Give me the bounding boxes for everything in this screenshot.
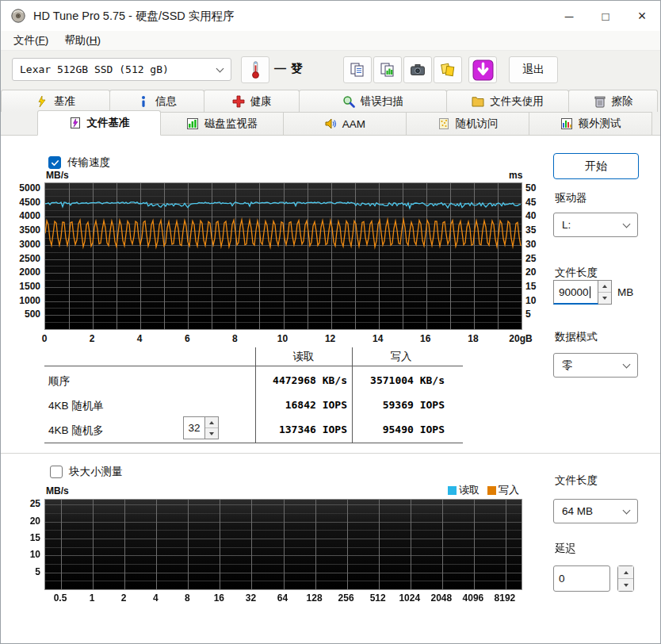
triangle-up-icon — [624, 571, 629, 574]
axis-tick: 4 — [122, 333, 157, 344]
copy-text-button[interactable] — [343, 56, 372, 83]
4kb-single-write-value: 59369 IOPS — [336, 399, 445, 411]
section-divider — [1, 453, 660, 454]
menu-file[interactable]: 文件(F) — [6, 31, 56, 50]
delay-spin-buttons — [617, 565, 634, 592]
tab-aam[interactable]: AAM — [283, 112, 407, 136]
drive-select[interactable]: L: — [553, 213, 638, 237]
info-icon — [137, 95, 150, 108]
tab-benchmark[interactable]: 基准 — [1, 90, 110, 112]
4kb-single-read-value: 16842 IOPS — [239, 399, 347, 411]
read-swatch — [448, 486, 457, 495]
close-button[interactable]: × — [624, 1, 660, 31]
block-size-label: 块大小测量 — [69, 465, 123, 479]
queue-depth-value[interactable]: 32 — [183, 416, 205, 439]
axis-tick: 35 — [525, 224, 544, 236]
triangle-up-icon — [602, 285, 607, 288]
file-benchmark-icon — [69, 117, 82, 129]
sequential-write-value: 3571004 KB/s — [336, 374, 445, 386]
axis-tick: 10 — [13, 549, 40, 560]
data-mode-select-value: 零 — [554, 358, 621, 373]
chevron-down-icon — [216, 64, 224, 72]
axis-tick: 15 — [13, 532, 40, 543]
block-size-checkbox-row: 块大小测量 — [50, 465, 123, 479]
app-disk-icon — [10, 8, 26, 24]
tab-disk-monitor[interactable]: 磁盘监视器 — [160, 112, 284, 136]
axis-tick: 8192 — [487, 592, 522, 604]
chevron-down-icon — [623, 506, 631, 514]
start-button[interactable]: 开始 — [553, 153, 639, 179]
maximize-button[interactable]: □ — [587, 1, 624, 31]
axis-tick: 16 — [408, 333, 443, 344]
block-file-length-select[interactable]: 64 MB — [553, 499, 638, 523]
tab-folder-usage[interactable]: 文件夹使用 — [446, 90, 569, 112]
axis-tick: 20gB — [503, 333, 538, 344]
block-size-checkbox[interactable] — [50, 466, 63, 478]
chevron-down-icon — [623, 220, 631, 228]
axis-tick: 1024 — [392, 592, 427, 604]
drive-select-value: L: — [554, 219, 621, 231]
data-mode-select[interactable]: 零 — [553, 353, 638, 378]
axis-tick: 4 — [138, 592, 173, 604]
spin-up-button[interactable] — [598, 281, 611, 292]
transfer-speed-checkbox[interactable] — [48, 156, 61, 169]
axis-tick: 256 — [329, 592, 364, 604]
spin-down-button[interactable] — [205, 427, 218, 439]
axis-tick: 45 — [525, 197, 544, 208]
axis-tick: 15 — [525, 281, 544, 292]
transfer-speed-label: 传输速度 — [67, 155, 110, 170]
spin-down-button[interactable] — [618, 578, 633, 591]
drive-combobox[interactable]: Lexar 512GB SSD (512 gB) — [12, 58, 231, 81]
table-bottom-rule — [44, 443, 463, 443]
tab-file-benchmark[interactable]: 文件基准 — [37, 110, 161, 136]
menu-help[interactable]: 帮助(H) — [56, 31, 109, 50]
axis-tick: 5000 — [7, 182, 40, 194]
4kb-multi-write-value: 95490 IOPS — [336, 424, 445, 435]
random-access-icon — [437, 117, 450, 130]
axis-tick: 16 — [201, 592, 236, 604]
save-results-button[interactable] — [434, 56, 462, 83]
tab-error-scan[interactable]: 错误扫描 — [299, 90, 447, 112]
camera-icon — [410, 62, 426, 78]
axis-tick: 4000 — [7, 210, 40, 221]
extra-tests-icon — [560, 117, 573, 130]
top-chart-y-unit: MB/s — [46, 170, 69, 181]
spin-down-button[interactable] — [598, 292, 611, 304]
spin-up-button[interactable] — [618, 566, 633, 578]
axis-tick: 2 — [106, 592, 141, 604]
tab-info[interactable]: 信息 — [109, 90, 204, 112]
chevron-down-icon — [623, 360, 631, 368]
thermometer-icon — [250, 60, 262, 79]
delay-input[interactable]: 0 — [553, 565, 610, 592]
axis-tick: 10 — [525, 295, 544, 306]
trash-icon — [594, 95, 606, 108]
screenshot-button[interactable] — [403, 56, 432, 83]
minimize-button[interactable]: ─ — [551, 1, 587, 31]
tab-random-access[interactable]: 随机访问 — [406, 112, 529, 136]
spin-up-button[interactable] — [205, 417, 218, 427]
read-column-header: 读取 — [256, 350, 351, 364]
temperature-unit-glyph: 癹 — [291, 61, 303, 76]
file-length-spin-buttons — [598, 280, 612, 305]
triangle-down-icon — [602, 297, 607, 300]
tab-row-1: 基准 信息 健康 错误扫描 文件夹使用 擦除 — [1, 90, 660, 112]
row-sequential-label: 顺序 — [48, 374, 70, 389]
tab-health[interactable]: 健康 — [204, 90, 300, 112]
download-button[interactable] — [468, 56, 497, 83]
data-mode-label: 数据模式 — [555, 330, 598, 344]
top-chart-y2-unit: ms — [509, 170, 522, 181]
temperature-button[interactable] — [241, 56, 269, 83]
exit-button[interactable]: 退出 — [509, 56, 558, 83]
table-header-rule — [44, 366, 463, 366]
file-length-unit: MB — [617, 286, 633, 298]
bottom-chart-y-unit: MB/s — [46, 485, 69, 496]
axis-tick: 3000 — [7, 239, 40, 250]
axis-tick: 25 — [13, 498, 40, 509]
axis-tick: 20 — [13, 516, 40, 527]
copy-image-button[interactable] — [373, 56, 402, 83]
file-length-input[interactable]: 90000 — [553, 280, 598, 305]
tab-erase[interactable]: 擦除 — [568, 90, 658, 112]
tab-extra-tests[interactable]: 额外测试 — [529, 112, 652, 136]
temperature-value: — — [274, 61, 286, 75]
axis-tick: 8 — [217, 333, 252, 344]
